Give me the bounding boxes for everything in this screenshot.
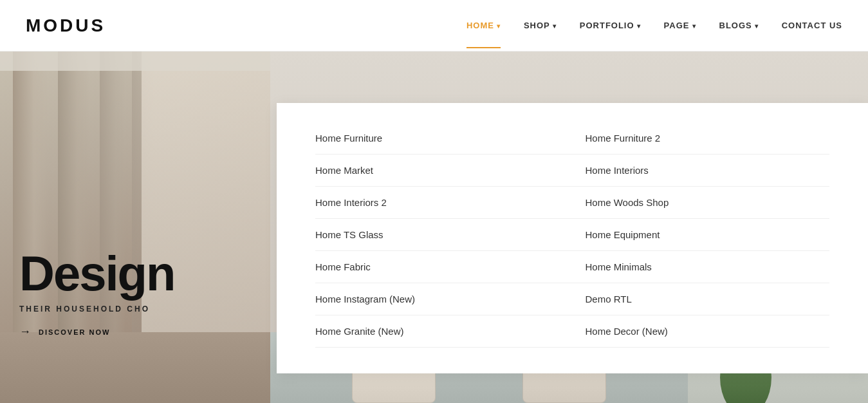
dropdown-item-col2-5[interactable]: Demo RTL [573,283,830,315]
nav-contact[interactable]: CONTACT US [782,21,842,30]
dropdown-menu: Home FurnitureHome MarketHome Interiors … [277,103,868,373]
ceiling [0,52,270,71]
arrow-icon: → [19,325,31,339]
hero-title: Design [19,249,174,298]
logo[interactable]: MODUS [26,15,106,36]
dropdown-item-col2-2[interactable]: Home Woods Shop [573,187,830,219]
shop-chevron-icon: ▾ [553,23,557,30]
dropdown-item-col1-1[interactable]: Home Market [315,155,573,187]
discover-cta[interactable]: → DISCOVER NOW [19,325,174,339]
dropdown-item-col2-3[interactable]: Home Equipment [573,219,830,251]
portfolio-chevron-icon: ▾ [637,23,641,30]
hero-text: Design THEIR HOUSEHOLD CHO → DISCOVER NO… [19,249,174,339]
cta-label: DISCOVER NOW [39,328,110,336]
main-nav: HOME ▾ SHOP ▾ PORTFOLIO ▾ PAGE ▾ BLOGS ▾… [466,21,842,30]
nav-home[interactable]: HOME ▾ [466,21,501,30]
blogs-chevron-icon: ▾ [755,23,759,30]
home-chevron-icon: ▾ [497,23,501,30]
header: MODUS HOME ▾ SHOP ▾ PORTFOLIO ▾ PAGE ▾ B… [0,0,868,52]
dropdown-item-col2-4[interactable]: Home Minimals [573,251,830,283]
nav-page[interactable]: PAGE ▾ [664,21,696,30]
dropdown-item-col1-6[interactable]: Home Granite (New) [315,315,573,348]
dropdown-item-col2-1[interactable]: Home Interiors [573,155,830,187]
nav-shop[interactable]: SHOP ▾ [524,21,557,30]
nav-portfolio[interactable]: PORTFOLIO ▾ [580,21,641,30]
dropdown-item-col2-0[interactable]: Home Furniture 2 [573,122,830,155]
dropdown-item-col1-0[interactable]: Home Furniture [315,122,573,155]
nav-blogs[interactable]: BLOGS ▾ [719,21,759,30]
dropdown-item-col1-5[interactable]: Home Instagram (New) [315,283,573,315]
hero-subtitle: THEIR HOUSEHOLD CHO [19,305,174,314]
dropdown-item-col2-6[interactable]: Home Decor (New) [573,315,830,348]
page-chevron-icon: ▾ [692,23,696,30]
dropdown-col-1: Home FurnitureHome MarketHome Interiors … [315,122,573,348]
dropdown-col-2: Home Furniture 2Home InteriorsHome Woods… [573,122,830,348]
dropdown-item-col1-4[interactable]: Home Fabric [315,251,573,283]
dropdown-item-col1-3[interactable]: Home TS Glass [315,219,573,251]
main-content: Design THEIR HOUSEHOLD CHO → DISCOVER NO… [0,52,868,403]
bottom-left [0,332,270,403]
dropdown-grid: Home FurnitureHome MarketHome Interiors … [315,122,829,348]
dropdown-item-col1-2[interactable]: Home Interiors 2 [315,187,573,219]
